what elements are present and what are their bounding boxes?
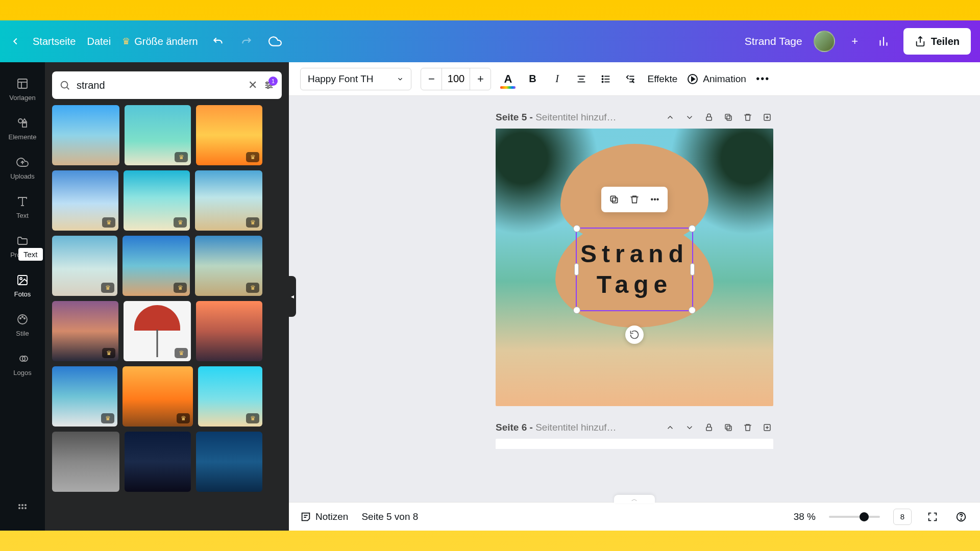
cloud-sync-icon[interactable] <box>266 33 284 50</box>
chevron-up-icon[interactable] <box>664 421 676 434</box>
rail-logos[interactable]: Logos <box>0 346 45 382</box>
canvas-page-5[interactable]: ••• Strand Tage <box>496 129 773 406</box>
trash-icon[interactable] <box>742 421 754 434</box>
home-link[interactable]: Startseite <box>33 36 76 47</box>
share-button[interactable]: Teilen <box>903 28 971 55</box>
premium-badge-icon: ♛ <box>175 152 188 162</box>
resize-button[interactable]: ♛ Größe ändern <box>122 36 198 47</box>
notes-button[interactable]: Notizen <box>300 511 348 522</box>
photo-thumbnail[interactable]: ♛ <box>124 170 190 231</box>
font-family-select[interactable]: Happy Font TH <box>300 68 411 90</box>
svg-rect-49 <box>725 114 730 119</box>
zoom-slider[interactable] <box>829 516 880 518</box>
spacing-button[interactable] <box>623 71 638 87</box>
help-icon[interactable] <box>953 509 969 524</box>
photo-thumbnail[interactable] <box>125 432 191 492</box>
effects-button[interactable]: Effekte <box>647 73 677 85</box>
rotate-handle-icon[interactable] <box>625 325 644 344</box>
align-button[interactable] <box>574 71 589 87</box>
rail-styles[interactable]: Stile <box>0 307 45 342</box>
photo-thumbnail[interactable]: ♛ <box>122 366 193 427</box>
add-collaborator-icon[interactable]: + <box>846 33 864 50</box>
photo-thumbnail[interactable] <box>196 301 262 361</box>
selected-text-element[interactable]: Strand Tage <box>576 228 693 311</box>
insights-icon[interactable] <box>875 33 892 50</box>
duplicate-element-icon[interactable] <box>605 191 623 208</box>
more-options-icon[interactable]: ••• <box>755 71 771 87</box>
font-size-increase[interactable]: + <box>470 68 491 90</box>
zoom-value[interactable]: 38 % <box>794 511 816 522</box>
photo-thumbnail[interactable]: ♛ <box>125 105 191 165</box>
page-title-placeholder[interactable]: Seitentitel hinzuf… <box>535 422 616 433</box>
chevron-down-icon[interactable] <box>683 111 696 123</box>
resize-handle[interactable] <box>574 263 579 276</box>
svg-point-12 <box>20 278 22 280</box>
text-color-button[interactable]: A <box>500 71 516 87</box>
premium-badge-icon: ♛ <box>246 413 259 423</box>
lock-icon[interactable] <box>703 421 715 434</box>
svg-point-20 <box>21 504 23 506</box>
font-size-stepper: − 100 + <box>421 68 491 90</box>
photo-thumbnail[interactable]: ♛ <box>198 366 262 427</box>
font-size-value[interactable]: 100 <box>442 68 470 90</box>
chevron-up-icon[interactable] <box>664 111 676 123</box>
photo-thumbnail[interactable] <box>52 105 119 165</box>
file-menu[interactable]: Datei <box>87 36 111 47</box>
photo-thumbnail[interactable]: ♛ <box>52 236 117 296</box>
filter-count-badge: 1 <box>268 77 278 86</box>
font-size-decrease[interactable]: − <box>421 68 442 90</box>
rail-more[interactable] <box>0 496 45 520</box>
animation-button[interactable]: Animation <box>687 73 746 85</box>
photo-thumbnail[interactable]: ♛ <box>52 366 117 427</box>
rail-uploads[interactable]: Uploads <box>0 150 45 185</box>
photo-thumbnail[interactable]: ♛ <box>195 236 262 296</box>
rail-elements[interactable]: Elemente <box>0 111 45 146</box>
bold-button[interactable]: B <box>525 71 540 87</box>
canvas-viewport[interactable]: Seite 5 - Seitentitel hinzuf… <box>289 96 980 502</box>
chevron-down-icon[interactable] <box>683 421 696 434</box>
page-title-placeholder[interactable]: Seitentitel hinzuf… <box>535 112 616 122</box>
italic-button[interactable]: I <box>549 71 565 87</box>
resize-handle[interactable] <box>573 307 580 314</box>
back-icon[interactable] <box>9 35 21 47</box>
search-input[interactable] <box>77 80 242 91</box>
photo-thumbnail[interactable]: ♛ <box>52 170 118 231</box>
photo-thumbnail[interactable] <box>52 432 119 492</box>
delete-element-icon[interactable] <box>626 191 643 208</box>
page-count-button[interactable]: 8 <box>893 509 912 525</box>
trash-icon[interactable] <box>742 111 754 123</box>
redo-icon[interactable] <box>238 33 255 50</box>
fullscreen-icon[interactable] <box>925 509 940 524</box>
photo-thumbnail[interactable]: ♛ <box>196 105 262 165</box>
photo-thumbnail[interactable]: ♛ <box>52 301 118 361</box>
add-page-icon[interactable] <box>761 421 773 434</box>
photo-thumbnail[interactable] <box>196 432 262 492</box>
add-page-icon[interactable] <box>761 111 773 123</box>
resize-handle[interactable] <box>689 307 696 314</box>
svg-point-21 <box>24 504 27 506</box>
undo-icon[interactable] <box>209 33 227 50</box>
lock-icon[interactable] <box>703 111 715 123</box>
resize-handle[interactable] <box>573 225 580 232</box>
rail-photos[interactable]: Fotos <box>0 268 45 303</box>
photo-thumbnail[interactable]: ♛ <box>124 301 191 361</box>
clear-search-icon[interactable]: ✕ <box>248 79 257 92</box>
duplicate-icon[interactable] <box>722 111 734 123</box>
canvas-page-6[interactable] <box>496 439 773 449</box>
page-indicator: Seite 5 von 8 <box>361 511 418 522</box>
duplicate-icon[interactable] <box>722 421 734 434</box>
avatar[interactable] <box>814 31 835 52</box>
resize-handle[interactable] <box>690 263 695 276</box>
zoom-knob[interactable] <box>860 512 869 521</box>
filter-icon[interactable]: 1 <box>263 80 275 91</box>
more-element-icon[interactable]: ••• <box>646 191 664 208</box>
list-button[interactable] <box>598 71 614 87</box>
resize-handle[interactable] <box>689 225 696 232</box>
photo-thumbnail[interactable]: ♛ <box>122 236 190 296</box>
photo-thumbnail[interactable]: ♛ <box>195 170 262 231</box>
rail-text[interactable]: Text <box>0 189 45 224</box>
rail-templates[interactable]: Vorlagen <box>0 71 45 107</box>
project-title[interactable]: Strand Tage <box>745 35 802 47</box>
expand-timeline-icon[interactable]: ︿ <box>614 495 655 503</box>
collapse-panel-icon[interactable]: ◂ <box>289 276 296 317</box>
